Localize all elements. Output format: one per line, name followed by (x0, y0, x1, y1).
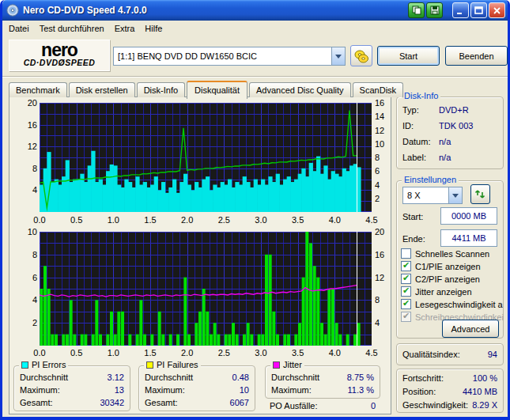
checkbox-label: C1/PIE anzeigen (415, 262, 481, 271)
x-tick-label: 0.0 (28, 348, 51, 358)
x-tick-label: 0.5 (65, 215, 89, 225)
title-bar[interactable]: Nero CD-DVD Speed 4.7.0.0 (2, 0, 510, 21)
checkbox-icon (401, 286, 411, 297)
right-tick-label: 2 (375, 194, 392, 203)
quality-index-label: Qualitätsindex: (402, 350, 460, 359)
left-tick-label: 20 (20, 98, 37, 108)
end-mb-field[interactable]: 4411 MB (440, 229, 497, 247)
tab-disk-info[interactable]: Disk-Info (137, 82, 185, 97)
checkbox-c1-pie[interactable]: C1/PIE anzeigen (401, 261, 502, 271)
checkbox-c2-pif[interactable]: C2/PIF anzeigen (401, 274, 502, 284)
left-tick-label: 8 (20, 250, 37, 259)
pi-errors-x-axis: 0.00.51.01.52.02.53.03.54.04.5 (40, 214, 372, 225)
stat-label: Gesamt: (20, 398, 53, 407)
speed-select-value: 8 X (403, 191, 448, 200)
checkbox-label: Jitter anzeigen (415, 287, 472, 297)
drive-select[interactable]: [1:1] BENQ DVD DD DW1650 BCIC (113, 47, 346, 66)
stat-value: 10 (240, 385, 249, 395)
stat-row: Gesamt:6067 (145, 398, 249, 407)
disk-info-label: Typ: (402, 105, 439, 115)
x-tick-label: 2.5 (212, 348, 236, 358)
quit-button-label: Beenden (459, 51, 493, 61)
x-tick-label: 3.5 (286, 215, 310, 225)
x-tick-label: 0.0 (28, 215, 51, 225)
disk-info-value: DVD+R (439, 105, 469, 115)
jitter-title-text: Jitter (283, 360, 302, 369)
disc-stack-icon (354, 49, 368, 63)
x-tick-label: 1.0 (101, 348, 125, 358)
disc-eject-button[interactable] (350, 45, 372, 66)
checkbox-schnelles-scannen[interactable]: Schnelles Scannen (401, 248, 502, 259)
tab-benchmark[interactable]: Benchmark (9, 82, 67, 97)
speed-select[interactable]: 8 X (402, 187, 463, 204)
po-failures-label: PO Ausfälle: (270, 401, 318, 411)
tab-label: Diskqualität (195, 85, 240, 95)
close-icon (493, 6, 501, 15)
close-button[interactable] (489, 2, 505, 18)
checkbox-label: Schnelles Scannen (415, 249, 489, 259)
stat-value: 30342 (100, 398, 124, 407)
end-mb-value: 4411 MB (451, 233, 485, 243)
menu-hilfe[interactable]: Hilfe (145, 22, 168, 36)
save-icon (430, 6, 440, 15)
tab-diskqualitaet[interactable]: Diskqualität (187, 81, 247, 99)
checkbox-lesegeschwindigkeit[interactable]: Lesegeschwindigkeit a (401, 299, 504, 309)
stat-row: Maximum:13 (20, 385, 124, 395)
left-tick-label: 8 (20, 164, 37, 173)
save-button[interactable] (426, 2, 443, 18)
stat-label: Gesamt: (145, 398, 178, 407)
stat-label: Durchschnitt (271, 373, 319, 382)
disk-info-label: ID: (402, 121, 439, 131)
speed-select-dropdown[interactable] (448, 187, 462, 203)
quality-index-row: Qualitätsindex: 94 (402, 350, 497, 359)
x-tick-label: 2.5 (212, 215, 236, 225)
maximize-button[interactable] (470, 2, 487, 18)
checkbox-icon (401, 274, 411, 284)
right-tick-label: 16 (375, 250, 392, 259)
progress-row: Position:4410 MB (402, 387, 497, 396)
stat-row: Durchschnitt3.12 (20, 373, 124, 382)
quit-button[interactable]: Beenden (445, 46, 508, 66)
right-tick-label: 10 (375, 139, 392, 149)
checkbox-jitter[interactable]: Jitter anzeigen (401, 286, 502, 297)
pi-failures-stats-box: PI Failures Durchschnitt0.48 Maximum:10 … (138, 365, 255, 411)
advanced-button[interactable]: Advanced (442, 320, 499, 338)
tab-disk-erstellen[interactable]: Disk erstellen (69, 82, 135, 97)
start-button[interactable]: Start (377, 46, 440, 66)
disk-info-value: n/a (439, 153, 451, 162)
tab-label: Disk erstellen (76, 85, 128, 95)
refresh-button[interactable] (470, 184, 490, 204)
stat-label: Durchschnitt (145, 373, 193, 382)
checkbox-icon (401, 248, 411, 259)
stat-row: Maximum:11.3 % (271, 385, 374, 395)
menu-datei[interactable]: Datei (9, 22, 35, 36)
menu-extra[interactable]: Extra (115, 22, 141, 36)
pi-failures-chart (40, 232, 372, 346)
progress-value: 4410 MB (463, 387, 497, 396)
tab-advanced-disc-quality[interactable]: Advanced Disc Quality (249, 82, 351, 97)
progress-label: Position: (402, 387, 436, 396)
start-mb-field[interactable]: 0000 MB (440, 207, 497, 225)
drive-select-value: [1:1] BENQ DVD DD DW1650 BCIC (114, 51, 331, 61)
left-tick-label: 2 (20, 318, 37, 327)
stat-row: Maximum:10 (145, 385, 249, 395)
copy-button[interactable] (408, 2, 425, 18)
minimize-icon (456, 6, 465, 15)
stat-value: 8.75 % (347, 373, 374, 382)
left-tick-label: 4 (20, 185, 37, 195)
po-failures-value: 0 (371, 401, 376, 411)
left-tick-label: 4 (20, 295, 37, 305)
tab-scandisk[interactable]: ScanDisk (353, 82, 403, 97)
advanced-button-label: Advanced (451, 324, 490, 334)
start-button-label: Start (399, 51, 417, 61)
minimize-button[interactable] (452, 2, 469, 18)
menu-test-durchfuehren[interactable]: Test durchführen (40, 22, 110, 36)
disk-info-row: Label:n/a (402, 153, 497, 162)
stat-value: 3.12 (108, 373, 124, 382)
pi-errors-left-axis: 48121620 (20, 103, 37, 212)
checkbox-icon (401, 299, 411, 309)
x-tick-label: 4.5 (360, 348, 383, 358)
maximize-icon (474, 6, 483, 15)
drive-select-dropdown[interactable] (331, 47, 345, 65)
x-tick-label: 3.5 (286, 348, 310, 358)
